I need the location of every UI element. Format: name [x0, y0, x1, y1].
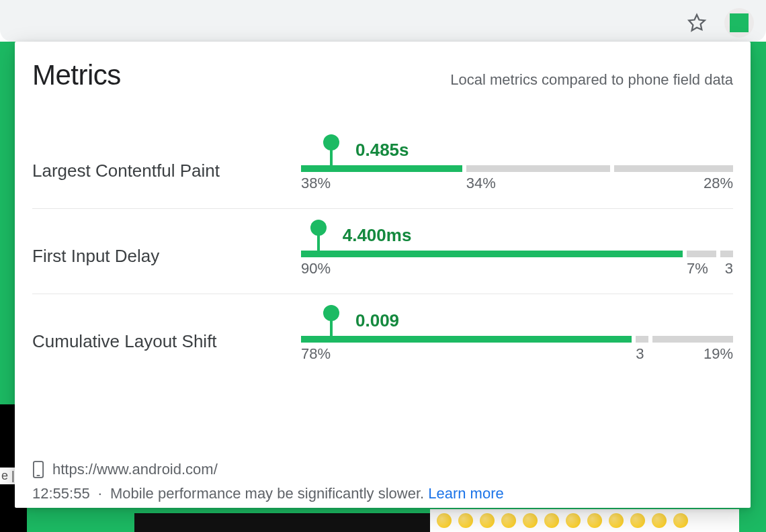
local-metric-value: 0.485s: [355, 140, 409, 161]
separator-dot: ·: [94, 485, 106, 502]
local-value-marker-icon: [330, 314, 333, 343]
metric-distribution-chart: 90%7%34.400ms: [301, 232, 733, 280]
segment-good: 90%: [301, 251, 683, 257]
local-value-marker-icon: [330, 144, 333, 172]
segment-label: 78%: [301, 345, 331, 363]
footer-timestamp: 12:55:55: [32, 485, 90, 502]
metric-row: First Input Delay90%7%34.400ms: [32, 209, 733, 294]
segment-poor: 3: [720, 251, 733, 257]
distribution-bar: 78%319%: [301, 336, 733, 343]
metric-distribution-chart: 78%319%0.009: [301, 317, 733, 365]
metric-row: Largest Contentful Paint38%34%28%0.485s: [32, 124, 733, 209]
segment-good: 38%: [301, 165, 462, 172]
metric-name: Largest Contentful Paint: [32, 161, 301, 181]
footer-url: https://www.android.com/: [52, 461, 218, 478]
segment-ni: 7%: [687, 251, 716, 257]
segment-label: 19%: [704, 345, 733, 363]
segment-poor: 19%: [652, 336, 733, 343]
footer-message-row: 12:55:55 · Mobile performance may be sig…: [32, 485, 733, 502]
footer-url-row: https://www.android.com/: [32, 461, 733, 478]
web-vitals-extension-icon[interactable]: [724, 8, 754, 38]
bookmark-star-icon[interactable]: [685, 11, 708, 34]
metric-distribution-chart: 38%34%28%0.485s: [301, 146, 733, 195]
phone-icon: [32, 461, 44, 478]
segment-ni: 34%: [466, 165, 611, 172]
local-metric-value: 4.400ms: [343, 225, 412, 246]
segment-label: 28%: [704, 175, 733, 192]
browser-toolbar: [0, 0, 766, 42]
footer-warning: Mobile performance may be significantly …: [110, 485, 424, 502]
segment-label: 3: [725, 260, 733, 277]
metric-name: Cumulative Layout Shift: [32, 331, 301, 352]
metric-name: First Input Delay: [32, 246, 301, 267]
popup-footer: https://www.android.com/ 12:55:55 · Mobi…: [32, 461, 733, 502]
segment-label: 34%: [466, 175, 496, 192]
popup-title: Metrics: [32, 59, 121, 91]
metric-row: Cumulative Layout Shift78%319%0.009: [32, 294, 733, 379]
background-fragment-text: e |: [0, 468, 16, 484]
local-metric-value: 0.009: [355, 310, 399, 331]
page-background-emoji-row: [430, 509, 739, 532]
segment-poor: 28%: [614, 165, 733, 172]
segment-label: 38%: [301, 175, 331, 192]
segment-good: 78%: [301, 336, 632, 343]
segment-ni: 3: [636, 336, 648, 343]
local-value-marker-icon: [317, 229, 320, 257]
popup-header: Metrics Local metrics compared to phone …: [32, 59, 733, 91]
segment-label: 3: [636, 345, 644, 363]
segment-label: 90%: [301, 260, 331, 277]
learn-more-link[interactable]: Learn more: [428, 485, 504, 502]
distribution-bar: 38%34%28%: [301, 165, 733, 172]
segment-label: 7%: [687, 260, 708, 277]
web-vitals-popup: Metrics Local metrics compared to phone …: [15, 42, 751, 508]
distribution-bar: 90%7%3: [301, 251, 733, 257]
popup-subtitle: Local metrics compared to phone field da…: [450, 71, 733, 89]
status-square-icon: [730, 13, 749, 32]
